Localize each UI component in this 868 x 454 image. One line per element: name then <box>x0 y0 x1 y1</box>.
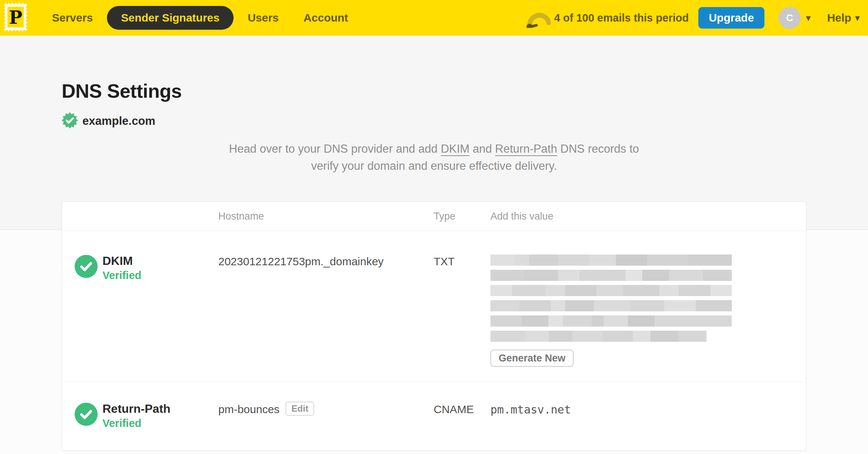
status-badge: Verified <box>102 416 170 430</box>
nav-item-users[interactable]: Users <box>240 12 286 24</box>
top-navbar: P Servers Sender Signatures Users Accoun… <box>0 0 868 36</box>
check-circle-icon <box>75 255 98 367</box>
dns-records-card: Hostname Type Add this value DKIM Verifi… <box>62 201 806 451</box>
record-name: Return-Path <box>102 401 170 416</box>
table-row-return-path: Return-Path Verified pm-bounces Edit CNA… <box>62 382 806 450</box>
account-menu[interactable]: C ▾ <box>779 7 811 29</box>
redacted-line <box>490 315 732 327</box>
primary-nav: Servers Sender Signatures Users Account <box>45 6 356 30</box>
edit-button[interactable]: Edit <box>285 402 314 416</box>
return-path-status-cell: Return-Path Verified <box>62 401 218 430</box>
dkim-value-cell: Generate New <box>490 253 806 367</box>
return-path-type: CNAME <box>434 401 490 430</box>
status-badge: Verified <box>102 268 141 282</box>
return-path-value: pm.mtasv.net <box>490 401 806 430</box>
chevron-down-icon: ▾ <box>806 13 811 23</box>
gauge-icon <box>526 6 551 29</box>
dkim-link[interactable]: DKIM <box>441 142 470 155</box>
redacted-line <box>490 331 707 342</box>
dkim-hostname: 20230121221753pm._domainkey <box>218 253 434 367</box>
nav-item-servers[interactable]: Servers <box>45 12 100 24</box>
return-path-hostname: pm-bounces Edit <box>218 401 434 430</box>
seal-check-icon <box>62 112 78 130</box>
hostname-value: pm-bounces <box>218 403 280 416</box>
chevron-down-icon: ▾ <box>855 13 860 23</box>
record-name: DKIM <box>102 253 141 268</box>
column-header-value: Add this value <box>490 211 806 222</box>
generate-new-button[interactable]: Generate New <box>490 350 574 367</box>
help-menu[interactable]: Help ▾ <box>827 12 860 24</box>
domain-row: example.com <box>62 112 868 130</box>
hostname-value: 20230121221753pm._domainkey <box>218 255 384 268</box>
main-content: DNS Settings example.com Head over to yo… <box>0 36 868 451</box>
dkim-status-cell: DKIM Verified <box>62 253 218 367</box>
navbar-right: 4 of 100 emails this period Upgrade C ▾ … <box>526 6 860 29</box>
page-description: Head over to your DNS provider and add D… <box>185 140 683 175</box>
domain-name: example.com <box>82 114 155 128</box>
nav-item-sender-signatures[interactable]: Sender Signatures <box>107 6 234 30</box>
check-circle-icon <box>75 403 98 430</box>
description-text: verify your domain and ensure effective … <box>311 159 557 172</box>
column-header-type: Type <box>434 211 490 222</box>
usage-counter: 4 of 100 emails this period <box>554 12 689 24</box>
description-text: Head over to your DNS provider and add <box>229 142 441 155</box>
redacted-line <box>490 300 732 311</box>
redacted-line <box>490 285 732 296</box>
redacted-line <box>490 254 732 266</box>
description-text: DNS records to <box>557 142 639 155</box>
page-title: DNS Settings <box>62 80 868 103</box>
dkim-type: TXT <box>434 253 490 367</box>
nav-item-account[interactable]: Account <box>296 12 356 24</box>
table-header-row: Hostname Type Add this value <box>62 202 806 231</box>
upgrade-button[interactable]: Upgrade <box>698 7 764 29</box>
help-label: Help <box>827 12 851 24</box>
redacted-line <box>490 270 732 281</box>
svg-text:P: P <box>9 7 22 28</box>
avatar: C <box>779 7 801 29</box>
postmark-logo[interactable]: P <box>4 3 27 33</box>
table-row-dkim: DKIM Verified 20230121221753pm._domainke… <box>62 231 806 382</box>
column-header-hostname: Hostname <box>218 211 434 222</box>
redacted-dns-value <box>490 253 793 342</box>
description-text: and <box>470 142 495 155</box>
return-path-link[interactable]: Return-Path <box>495 142 557 155</box>
